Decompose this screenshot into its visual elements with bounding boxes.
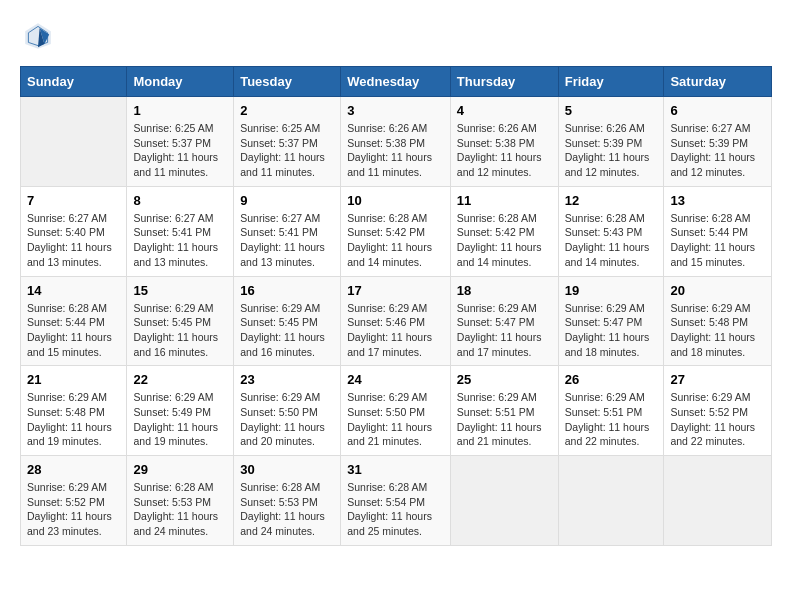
day-number: 21 [27, 372, 120, 387]
calendar-cell: 22Sunrise: 6:29 AMSunset: 5:49 PMDayligh… [127, 366, 234, 456]
day-info: Sunrise: 6:28 AMSunset: 5:42 PMDaylight:… [457, 211, 552, 270]
day-info: Sunrise: 6:29 AMSunset: 5:45 PMDaylight:… [133, 301, 227, 360]
day-info: Sunrise: 6:29 AMSunset: 5:52 PMDaylight:… [27, 480, 120, 539]
day-number: 7 [27, 193, 120, 208]
day-info: Sunrise: 6:26 AMSunset: 5:38 PMDaylight:… [347, 121, 444, 180]
day-info: Sunrise: 6:29 AMSunset: 5:50 PMDaylight:… [240, 390, 334, 449]
day-info: Sunrise: 6:29 AMSunset: 5:51 PMDaylight:… [457, 390, 552, 449]
day-number: 31 [347, 462, 444, 477]
calendar-cell: 19Sunrise: 6:29 AMSunset: 5:47 PMDayligh… [558, 276, 664, 366]
day-number: 30 [240, 462, 334, 477]
day-info: Sunrise: 6:29 AMSunset: 5:51 PMDaylight:… [565, 390, 658, 449]
day-info: Sunrise: 6:27 AMSunset: 5:40 PMDaylight:… [27, 211, 120, 270]
day-number: 8 [133, 193, 227, 208]
day-number: 11 [457, 193, 552, 208]
calendar-week-2: 7Sunrise: 6:27 AMSunset: 5:40 PMDaylight… [21, 186, 772, 276]
weekday-header-thursday: Thursday [450, 67, 558, 97]
day-info: Sunrise: 6:29 AMSunset: 5:46 PMDaylight:… [347, 301, 444, 360]
day-number: 23 [240, 372, 334, 387]
header [20, 20, 772, 56]
day-number: 9 [240, 193, 334, 208]
day-number: 29 [133, 462, 227, 477]
calendar-week-3: 14Sunrise: 6:28 AMSunset: 5:44 PMDayligh… [21, 276, 772, 366]
calendar-cell: 3Sunrise: 6:26 AMSunset: 5:38 PMDaylight… [341, 97, 451, 187]
day-number: 15 [133, 283, 227, 298]
calendar-week-1: 1Sunrise: 6:25 AMSunset: 5:37 PMDaylight… [21, 97, 772, 187]
calendar-cell [21, 97, 127, 187]
calendar-week-4: 21Sunrise: 6:29 AMSunset: 5:48 PMDayligh… [21, 366, 772, 456]
day-info: Sunrise: 6:27 AMSunset: 5:41 PMDaylight:… [240, 211, 334, 270]
day-number: 5 [565, 103, 658, 118]
weekday-header-wednesday: Wednesday [341, 67, 451, 97]
day-number: 12 [565, 193, 658, 208]
day-info: Sunrise: 6:27 AMSunset: 5:39 PMDaylight:… [670, 121, 765, 180]
day-info: Sunrise: 6:29 AMSunset: 5:47 PMDaylight:… [457, 301, 552, 360]
calendar-cell: 7Sunrise: 6:27 AMSunset: 5:40 PMDaylight… [21, 186, 127, 276]
calendar-cell: 31Sunrise: 6:28 AMSunset: 5:54 PMDayligh… [341, 456, 451, 546]
calendar-body: 1Sunrise: 6:25 AMSunset: 5:37 PMDaylight… [21, 97, 772, 546]
weekday-header-friday: Friday [558, 67, 664, 97]
calendar-cell: 10Sunrise: 6:28 AMSunset: 5:42 PMDayligh… [341, 186, 451, 276]
logo [20, 20, 54, 56]
day-number: 14 [27, 283, 120, 298]
day-info: Sunrise: 6:28 AMSunset: 5:43 PMDaylight:… [565, 211, 658, 270]
logo-icon [22, 20, 54, 52]
calendar-cell: 24Sunrise: 6:29 AMSunset: 5:50 PMDayligh… [341, 366, 451, 456]
calendar-cell: 5Sunrise: 6:26 AMSunset: 5:39 PMDaylight… [558, 97, 664, 187]
day-number: 27 [670, 372, 765, 387]
weekday-header-sunday: Sunday [21, 67, 127, 97]
calendar-cell [558, 456, 664, 546]
calendar-cell: 8Sunrise: 6:27 AMSunset: 5:41 PMDaylight… [127, 186, 234, 276]
day-info: Sunrise: 6:29 AMSunset: 5:48 PMDaylight:… [670, 301, 765, 360]
calendar-cell: 25Sunrise: 6:29 AMSunset: 5:51 PMDayligh… [450, 366, 558, 456]
calendar-cell: 27Sunrise: 6:29 AMSunset: 5:52 PMDayligh… [664, 366, 772, 456]
day-number: 28 [27, 462, 120, 477]
day-info: Sunrise: 6:28 AMSunset: 5:54 PMDaylight:… [347, 480, 444, 539]
calendar-cell: 4Sunrise: 6:26 AMSunset: 5:38 PMDaylight… [450, 97, 558, 187]
calendar-table: SundayMondayTuesdayWednesdayThursdayFrid… [20, 66, 772, 546]
calendar-cell [664, 456, 772, 546]
day-info: Sunrise: 6:29 AMSunset: 5:47 PMDaylight:… [565, 301, 658, 360]
weekday-header-row: SundayMondayTuesdayWednesdayThursdayFrid… [21, 67, 772, 97]
calendar-cell: 30Sunrise: 6:28 AMSunset: 5:53 PMDayligh… [234, 456, 341, 546]
day-info: Sunrise: 6:26 AMSunset: 5:39 PMDaylight:… [565, 121, 658, 180]
calendar-cell: 16Sunrise: 6:29 AMSunset: 5:45 PMDayligh… [234, 276, 341, 366]
calendar-cell [450, 456, 558, 546]
calendar-cell: 29Sunrise: 6:28 AMSunset: 5:53 PMDayligh… [127, 456, 234, 546]
day-info: Sunrise: 6:29 AMSunset: 5:50 PMDaylight:… [347, 390, 444, 449]
calendar-cell: 18Sunrise: 6:29 AMSunset: 5:47 PMDayligh… [450, 276, 558, 366]
day-number: 10 [347, 193, 444, 208]
day-number: 17 [347, 283, 444, 298]
day-info: Sunrise: 6:28 AMSunset: 5:53 PMDaylight:… [133, 480, 227, 539]
day-info: Sunrise: 6:25 AMSunset: 5:37 PMDaylight:… [133, 121, 227, 180]
day-info: Sunrise: 6:26 AMSunset: 5:38 PMDaylight:… [457, 121, 552, 180]
day-info: Sunrise: 6:28 AMSunset: 5:44 PMDaylight:… [670, 211, 765, 270]
calendar-cell: 21Sunrise: 6:29 AMSunset: 5:48 PMDayligh… [21, 366, 127, 456]
day-number: 18 [457, 283, 552, 298]
calendar-cell: 6Sunrise: 6:27 AMSunset: 5:39 PMDaylight… [664, 97, 772, 187]
calendar-cell: 1Sunrise: 6:25 AMSunset: 5:37 PMDaylight… [127, 97, 234, 187]
calendar-cell: 23Sunrise: 6:29 AMSunset: 5:50 PMDayligh… [234, 366, 341, 456]
day-number: 25 [457, 372, 552, 387]
day-info: Sunrise: 6:28 AMSunset: 5:42 PMDaylight:… [347, 211, 444, 270]
day-number: 4 [457, 103, 552, 118]
calendar-cell: 2Sunrise: 6:25 AMSunset: 5:37 PMDaylight… [234, 97, 341, 187]
day-info: Sunrise: 6:29 AMSunset: 5:45 PMDaylight:… [240, 301, 334, 360]
calendar-cell: 12Sunrise: 6:28 AMSunset: 5:43 PMDayligh… [558, 186, 664, 276]
calendar-cell: 20Sunrise: 6:29 AMSunset: 5:48 PMDayligh… [664, 276, 772, 366]
day-info: Sunrise: 6:25 AMSunset: 5:37 PMDaylight:… [240, 121, 334, 180]
day-number: 1 [133, 103, 227, 118]
day-number: 16 [240, 283, 334, 298]
calendar-cell: 26Sunrise: 6:29 AMSunset: 5:51 PMDayligh… [558, 366, 664, 456]
weekday-header-tuesday: Tuesday [234, 67, 341, 97]
calendar-cell: 11Sunrise: 6:28 AMSunset: 5:42 PMDayligh… [450, 186, 558, 276]
day-info: Sunrise: 6:28 AMSunset: 5:53 PMDaylight:… [240, 480, 334, 539]
day-number: 24 [347, 372, 444, 387]
day-info: Sunrise: 6:28 AMSunset: 5:44 PMDaylight:… [27, 301, 120, 360]
calendar-cell: 9Sunrise: 6:27 AMSunset: 5:41 PMDaylight… [234, 186, 341, 276]
day-number: 6 [670, 103, 765, 118]
calendar-cell: 17Sunrise: 6:29 AMSunset: 5:46 PMDayligh… [341, 276, 451, 366]
day-number: 2 [240, 103, 334, 118]
day-info: Sunrise: 6:29 AMSunset: 5:49 PMDaylight:… [133, 390, 227, 449]
weekday-header-saturday: Saturday [664, 67, 772, 97]
